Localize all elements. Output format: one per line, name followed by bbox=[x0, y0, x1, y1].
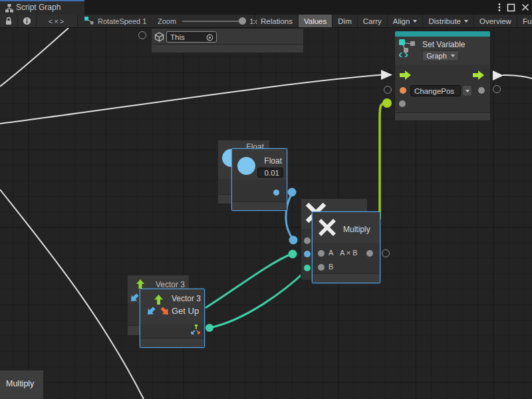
code-view-icon: <×> bbox=[49, 17, 65, 25]
object-picker-icon[interactable] bbox=[206, 34, 213, 41]
flow-input-arrow-icon[interactable] bbox=[400, 70, 411, 80]
zoom-slider[interactable] bbox=[182, 15, 246, 27]
variable-name-value: ChangePos bbox=[414, 87, 454, 95]
variable-scope-dropdown[interactable]: Graph bbox=[422, 51, 459, 61]
tooltip-label: Multiply bbox=[6, 379, 34, 388]
multiply-output-circle[interactable] bbox=[382, 249, 390, 257]
zoom-slider-handle[interactable] bbox=[239, 17, 246, 25]
this-field-value: This bbox=[170, 33, 185, 41]
get-up-title: Get Up bbox=[172, 306, 199, 316]
node-multiply[interactable]: Multiply A A × B B bbox=[312, 211, 380, 283]
multiply-port-b-label: B bbox=[329, 263, 333, 271]
float-value-field[interactable]: 0.01 bbox=[257, 168, 283, 178]
this-object-field[interactable]: This bbox=[166, 31, 217, 43]
window-controls bbox=[498, 0, 529, 15]
variable-name-port[interactable] bbox=[400, 87, 406, 94]
scope-value: Graph bbox=[426, 52, 447, 60]
float-footer bbox=[232, 201, 287, 210]
multiply-port-a[interactable] bbox=[318, 250, 325, 257]
info-button[interactable] bbox=[18, 15, 37, 27]
toolbar-buttons: Relations Values Dim Carry Align Distrib… bbox=[255, 15, 532, 27]
multiply-title: Multiply bbox=[343, 225, 370, 234]
active-tab-accent bbox=[0, 0, 84, 1]
toolbar-button-distribute[interactable]: Distribute bbox=[422, 15, 473, 27]
vector3-up-arrow-icon bbox=[154, 295, 164, 305]
get-up-type-title: Vector 3 bbox=[172, 294, 201, 303]
hover-tooltip: Multiply bbox=[0, 370, 43, 399]
set-variable-icon bbox=[399, 39, 416, 57]
toolbar-button-values[interactable]: Values bbox=[298, 15, 332, 27]
graph-asset-icon bbox=[84, 16, 94, 26]
zoom-label: Zoom bbox=[158, 17, 176, 25]
tab-script-graph[interactable]: Script Graph bbox=[0, 0, 84, 15]
maximize-icon[interactable] bbox=[507, 3, 515, 12]
multiply-footer bbox=[313, 273, 380, 283]
zoom-slider-track[interactable] bbox=[182, 21, 246, 22]
set-variable-right-port-circle[interactable] bbox=[493, 85, 501, 93]
vector3-ghost-up-arrow-icon bbox=[136, 279, 145, 289]
set-variable-title: Set Variable bbox=[422, 40, 465, 49]
multiply-output-port[interactable] bbox=[366, 250, 373, 257]
graph-breadcrumb[interactable]: RotateSpeed 1 bbox=[84, 15, 146, 27]
toolbar-button-fullscreen[interactable]: Full Screen bbox=[517, 15, 532, 27]
lock-button[interactable] bbox=[0, 15, 18, 27]
float-type-icon bbox=[237, 157, 255, 175]
zoom-control: Zoom 1x bbox=[158, 15, 257, 27]
graph-toolbar: <×> RotateSpeed 1 Zoom 1x Relations Valu… bbox=[0, 15, 532, 28]
chevron-down-icon bbox=[464, 20, 468, 23]
flow-output-arrow-icon[interactable] bbox=[473, 70, 484, 80]
toolbar-button-overview[interactable]: Overview bbox=[473, 15, 517, 27]
variable-name-dropdown-button[interactable] bbox=[462, 85, 472, 96]
variable-teal-strip bbox=[395, 31, 490, 37]
tab-bar: Script Graph bbox=[0, 0, 532, 15]
chevron-down-icon bbox=[451, 55, 455, 57]
multiply-ghost-port-blue[interactable] bbox=[304, 251, 311, 257]
set-variable-output-port[interactable] bbox=[478, 87, 485, 94]
toolbar-button-align[interactable]: Align bbox=[387, 15, 423, 27]
graph-name: RotateSpeed 1 bbox=[98, 17, 146, 25]
multiply-output-label: A × B bbox=[340, 249, 358, 257]
node-this[interactable]: This bbox=[151, 28, 304, 53]
chevron-down-icon bbox=[466, 90, 469, 92]
node-set-variable[interactable]: Set Variable Graph ChangePos bbox=[394, 31, 491, 121]
multiply-ghost-port-teal[interactable] bbox=[304, 265, 311, 271]
kebab-menu-icon[interactable] bbox=[498, 3, 501, 12]
multiply-x-icon bbox=[318, 218, 336, 237]
vector3-ghost-title: Vector 3 bbox=[156, 280, 185, 289]
toolbar-button-carry[interactable]: Carry bbox=[357, 15, 387, 27]
code-view-button[interactable]: <×> bbox=[37, 15, 78, 27]
cube-icon bbox=[154, 32, 164, 42]
multiply-ghost-port-gray[interactable] bbox=[304, 237, 311, 244]
toolbar-button-dim[interactable]: Dim bbox=[332, 15, 356, 27]
script-graph-window: { "tab_bar": { "title": "Script Graph" }… bbox=[0, 0, 532, 399]
float-value: 0.01 bbox=[265, 169, 279, 177]
float-output-port[interactable] bbox=[273, 190, 279, 196]
this-footer bbox=[152, 44, 303, 53]
lock-icon bbox=[5, 17, 13, 25]
toolbar-left-group: <×> bbox=[0, 15, 78, 27]
get-up-footer bbox=[140, 338, 204, 347]
set-variable-footer bbox=[395, 112, 490, 120]
multiply-port-a-label: A bbox=[329, 249, 333, 257]
graph-tab-icon bbox=[5, 3, 14, 13]
vector3-mini-icon bbox=[189, 324, 200, 335]
toolbar-button-relations[interactable]: Relations bbox=[255, 15, 298, 27]
node-get-up[interactable]: Vector 3 Get Up bbox=[140, 289, 205, 348]
tab-title: Script Graph bbox=[16, 3, 61, 12]
this-left-port-circle[interactable] bbox=[138, 31, 146, 39]
close-icon[interactable] bbox=[521, 3, 529, 11]
variable-name-field[interactable]: ChangePos bbox=[410, 85, 461, 96]
float-title: Float bbox=[264, 156, 282, 166]
multiply-port-b[interactable] bbox=[318, 264, 325, 271]
value-input-port[interactable] bbox=[399, 100, 406, 107]
node-float[interactable]: Float 0.01 bbox=[231, 148, 287, 211]
info-icon bbox=[23, 17, 31, 25]
chevron-down-icon bbox=[413, 20, 417, 23]
set-variable-left-port-circle[interactable] bbox=[384, 86, 392, 94]
